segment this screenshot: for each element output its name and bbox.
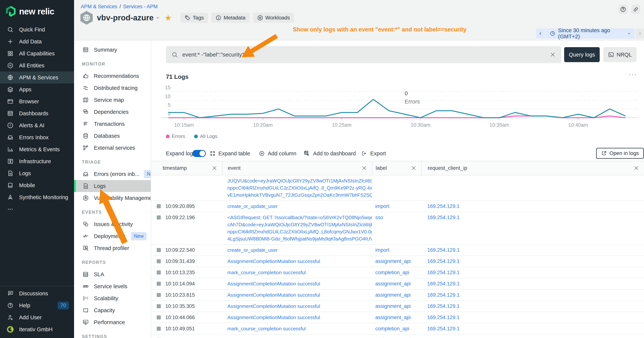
event-link[interactable]: create_or_update_user <box>228 203 372 210</box>
event-link[interactable]: AssignmentCompletionMutation successful <box>228 314 372 321</box>
time-back-button[interactable] <box>536 29 545 39</box>
menu-item-scalability[interactable]: Scalability <box>74 292 151 304</box>
table-row[interactable]: JUQVU&code=eyJraWQiOiJjcGltY29yZV8wOTI1M… <box>151 175 644 201</box>
event-link[interactable]: create_or_update_user <box>228 246 372 254</box>
add-to-dashboard-button[interactable]: Add to dashboard <box>304 147 356 159</box>
menu-item-external-services[interactable]: External services <box>74 142 151 154</box>
label-cell[interactable]: assignment_api <box>372 258 421 265</box>
menu-item-service-map[interactable]: Service map <box>74 94 151 106</box>
favorite-star-icon[interactable]: ★ <box>164 14 172 22</box>
row-marker-icon[interactable] <box>157 215 161 219</box>
sidebar-item-all-entities[interactable]: All Entities <box>0 60 74 72</box>
menu-item-dependencies[interactable]: Dependencies <box>74 106 151 118</box>
table-row[interactable]: 10:11:00.311 AssignmentCompletionMutatio… <box>151 334 644 338</box>
event-link[interactable]: AssignmentCompletionMutation successful <box>228 280 372 287</box>
row-marker-icon[interactable] <box>157 204 161 208</box>
table-row[interactable]: 10:09:31.439 AssignmentCompletionMutatio… <box>151 256 644 267</box>
column-header[interactable]: timestamp <box>151 161 222 175</box>
request-client-ip-cell[interactable]: 169.254.129.1 <box>421 314 644 321</box>
export-button[interactable]: Export <box>362 147 386 159</box>
add-column-button[interactable]: Add column <box>259 147 296 159</box>
menu-item-logs[interactable]: Logs <box>74 180 151 192</box>
event-link[interactable]: AssignmentCompletionMutation successful <box>228 291 372 298</box>
menu-item-transactions[interactable]: Transactions <box>74 118 151 130</box>
request-client-ip-cell[interactable]: 169.254.129.1 <box>421 203 644 210</box>
sidebar-item-alerts-ai[interactable]: Alerts & AI <box>0 119 74 131</box>
event-link[interactable]: <ASGIRequest: GET '/sso/callback/?state=… <box>228 214 372 221</box>
row-marker-icon[interactable] <box>157 326 161 331</box>
event-link[interactable]: nppcCI6IkRlZmxhdGUiLCJzZXIiOiIxLjAifQ..I… <box>228 184 372 191</box>
remove-column-icon[interactable] <box>634 165 639 171</box>
menu-item-recommendations[interactable]: Recommendations <box>74 70 151 82</box>
label-cell[interactable]: sso <box>372 214 421 221</box>
request-client-ip-cell[interactable]: 169.254.129.1 <box>421 246 644 254</box>
more-menu-icon[interactable]: ... <box>629 70 637 76</box>
row-marker-icon[interactable] <box>157 304 161 308</box>
metadata-button[interactable]: Metadata <box>211 13 250 23</box>
label-cell[interactable]: assignment_api <box>372 280 421 287</box>
permalink-button[interactable] <box>631 5 640 14</box>
expand-logs-toggle[interactable] <box>192 150 206 157</box>
table-row[interactable]: 10:09:20.895 create_or_update_user impor… <box>151 201 644 212</box>
row-marker-icon[interactable] <box>157 315 161 319</box>
event-link[interactable]: AssignmentCompletionMutation successful <box>228 303 372 310</box>
open-in-logs-button[interactable]: Open in logs <box>596 148 644 159</box>
label-cell[interactable]: import <box>372 203 421 210</box>
request-client-ip-cell[interactable]: 169.254.129.1 <box>421 303 644 310</box>
menu-item-errors-inbox[interactable]: Errors (errors inb... New <box>74 168 151 180</box>
new-relic-logo[interactable]: new relic <box>6 6 54 17</box>
request-client-ip-cell[interactable]: 169.254.129.1 <box>421 258 644 265</box>
time-range-button[interactable]: Since 30 minutes ago (GMT+2) <box>546 29 635 39</box>
request-client-ip-cell[interactable]: 169.254.129.1 <box>421 291 644 298</box>
menu-item-databases[interactable]: Databases <box>74 130 151 142</box>
label-cell[interactable]: assignment_api <box>372 291 421 298</box>
help-button[interactable] <box>618 5 628 14</box>
sidebar-item-discussions[interactable]: Discussions <box>0 287 74 299</box>
menu-item-vulnerability-management[interactable]: Vulnerability Management <box>74 192 151 204</box>
column-header[interactable]: label <box>372 161 421 175</box>
event-link[interactable]: nppcCI6IkRlZmxhdGUiLCJzZXIiOiIxLjAifQ..L… <box>228 228 372 235</box>
tags-button[interactable]: Tags <box>180 13 208 23</box>
request-client-ip-cell[interactable]: 169.254.129.1 <box>421 280 644 287</box>
menu-item-service-levels[interactable]: Service levels <box>74 280 151 292</box>
sidebar-item-add-user[interactable]: Add User <box>0 311 74 323</box>
sidebar-item-metrics-events[interactable]: Metrics & Events <box>0 143 74 155</box>
time-forward-button[interactable] <box>636 29 644 39</box>
table-row[interactable]: 10:10:49.051 mark_course_completion succ… <box>151 323 644 334</box>
remove-column-icon[interactable] <box>362 165 367 171</box>
breadcrumb-services-apm[interactable]: Services - APM <box>123 4 158 10</box>
sidebar-item-infrastructure[interactable]: Infrastructure <box>0 155 74 167</box>
event-link[interactable]: AssignmentCompletionMutation successful <box>228 258 372 265</box>
event-link[interactable]: 4LgSjsuUW8B0Mi8-Gdo_f6ofWhjpatNs9jaMs9qK… <box>228 235 372 242</box>
log-query-value[interactable]: event:* -"label":"security" <box>182 52 546 58</box>
remove-column-icon[interactable] <box>411 165 416 171</box>
table-row[interactable]: 10:10:13.235 mark_course_completion succ… <box>151 267 644 278</box>
sidebar-item-mobile[interactable]: Mobile <box>0 179 74 191</box>
column-header[interactable]: request_client_ip <box>421 161 644 175</box>
sidebar-item-synthetic-monitoring[interactable]: Synthetic Monitoring <box>0 191 74 203</box>
menu-item-thread-profiler[interactable]: Thread profiler <box>74 242 151 254</box>
table-row[interactable]: 10:10:44.066 AssignmentCompletionMutatio… <box>151 312 644 323</box>
expand-table-button[interactable]: Expand table <box>210 147 250 159</box>
legend-item[interactable]: All Logs <box>194 133 218 139</box>
query-logs-button[interactable]: Query logs <box>564 47 600 62</box>
table-row[interactable]: 10:10:23.815 AssignmentCompletionMutatio… <box>151 289 644 301</box>
row-marker-icon[interactable] <box>157 248 161 252</box>
sidebar-item-add-data[interactable]: Add Data <box>0 36 74 48</box>
menu-item-deployments[interactable]: Deployments New <box>74 230 151 242</box>
event-link[interactable]: AssignmentCompletionMutation successful <box>228 336 372 338</box>
row-marker-icon[interactable] <box>157 270 161 274</box>
label-cell[interactable]: assignment_api <box>372 303 421 310</box>
sidebar-item-logs[interactable]: Logs <box>0 167 74 179</box>
nrql-button[interactable]: NRQL <box>603 47 636 62</box>
sidebar-item-quick-find[interactable]: Quick Find <box>0 24 74 36</box>
table-row[interactable]: 10:09:22.540 create_or_update_user impor… <box>151 245 644 256</box>
row-marker-icon[interactable] <box>157 293 161 297</box>
column-header[interactable]: event <box>222 161 372 175</box>
row-marker-icon[interactable] <box>157 259 161 263</box>
table-row[interactable]: 10:09:22.196 <ASGIRequest: GET '/sso/cal… <box>151 212 644 245</box>
menu-item-issues-activity[interactable]: Issues & activity <box>74 218 151 230</box>
remove-column-icon[interactable] <box>212 165 217 171</box>
log-query-input[interactable]: event:* -"label":"security" <box>166 46 561 63</box>
label-cell[interactable]: assignment_api <box>372 336 421 338</box>
